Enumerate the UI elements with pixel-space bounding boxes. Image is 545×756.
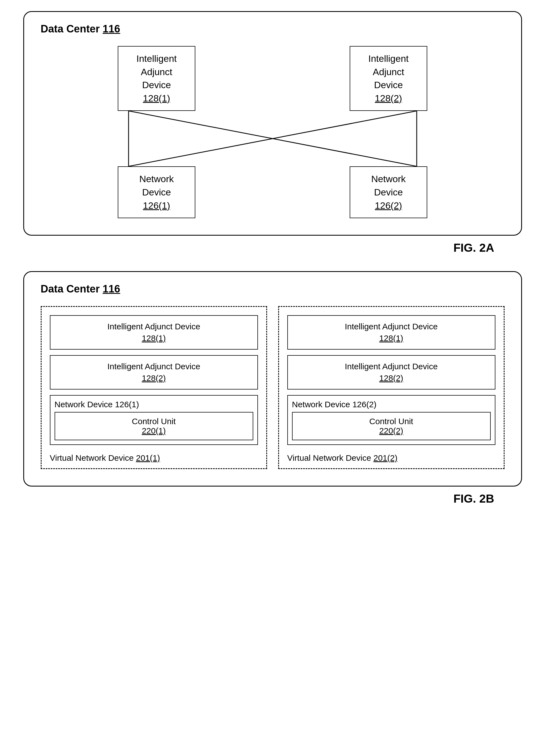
iad-128-2-vnd2: Intelligent Adjunct Device128(2)	[287, 355, 495, 390]
data-center-label-2a: Data Center 116	[41, 23, 505, 35]
control-unit-220-1: Control Unit220(1)	[55, 412, 253, 440]
data-center-box-2a: Data Center 116 IntelligentAdjunctDevice…	[23, 11, 522, 236]
nd-label-126-2: Network Device 126(2)	[292, 400, 491, 409]
nd-label-126-1: Network Device 126(1)	[55, 400, 253, 409]
data-center-ref-2a: 116	[103, 23, 120, 35]
vnd-label-201-2: Virtual Network Device 201(2)	[287, 453, 495, 463]
fig2b-inner: Intelligent Adjunct Device128(1) Intelli…	[41, 306, 505, 469]
data-center-label-2b: Data Center 116	[41, 283, 505, 295]
iad-128-1-vnd1: Intelligent Adjunct Device128(1)	[50, 315, 258, 350]
intelligent-adjunct-device-128-2-top: IntelligentAdjunctDevice128(2)	[350, 46, 427, 111]
iad-128-1-vnd2: Intelligent Adjunct Device128(1)	[287, 315, 495, 350]
network-device-126-1: NetworkDevice126(1)	[118, 166, 195, 218]
network-device-126-2-vnd2: Network Device 126(2) Control Unit220(2)	[287, 395, 495, 445]
fig2a-label: FIG. 2A	[453, 241, 494, 254]
control-unit-220-2: Control Unit220(2)	[292, 412, 491, 440]
iad-128-2-vnd1: Intelligent Adjunct Device128(2)	[50, 355, 258, 390]
intelligent-adjunct-device-128-1-top: IntelligentAdjunctDevice128(1)	[118, 46, 195, 111]
vnd-label-201-1: Virtual Network Device 201(1)	[50, 453, 258, 463]
network-device-126-1-vnd1: Network Device 126(1) Control Unit220(1)	[50, 395, 258, 445]
network-device-126-2: NetworkDevice126(2)	[350, 166, 427, 218]
fig2b-label: FIG. 2B	[453, 492, 494, 505]
fig2a-connection-lines	[41, 111, 505, 166]
fig2a-top-row: IntelligentAdjunctDevice128(1) Intellige…	[41, 46, 505, 111]
fig2a-container: Data Center 116 IntelligentAdjunctDevice…	[23, 11, 522, 254]
virtual-network-device-201-1: Intelligent Adjunct Device128(1) Intelli…	[41, 306, 267, 469]
fig2a-inner: IntelligentAdjunctDevice128(1) Intellige…	[41, 46, 505, 218]
data-center-box-2b: Data Center 116 Intelligent Adjunct Devi…	[23, 271, 522, 487]
fig2a-bottom-row: NetworkDevice126(1) NetworkDevice126(2)	[41, 166, 505, 218]
data-center-ref-2b: 116	[103, 283, 120, 295]
fig2b-container: Data Center 116 Intelligent Adjunct Devi…	[23, 271, 522, 505]
virtual-network-device-201-2: Intelligent Adjunct Device128(1) Intelli…	[278, 306, 505, 469]
